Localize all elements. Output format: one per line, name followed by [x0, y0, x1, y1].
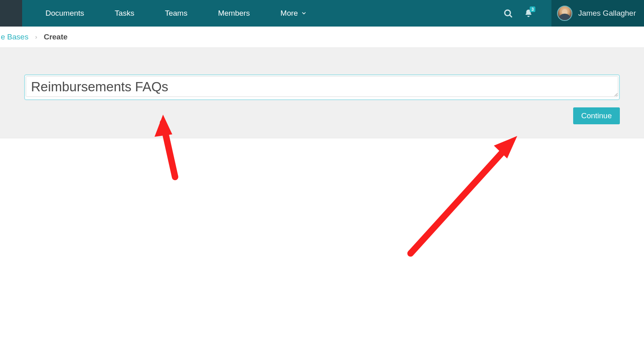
svg-line-1: [510, 15, 512, 17]
primary-nav: Documents Tasks Teams Members More: [22, 0, 503, 27]
user-name-label: James Gallagher: [578, 9, 636, 18]
user-menu[interactable]: James Gallagher: [551, 0, 644, 27]
nav-members[interactable]: Members: [203, 0, 265, 27]
notification-count-badge: 3: [530, 6, 535, 12]
nav-tasks[interactable]: Tasks: [99, 0, 150, 27]
nav-label: Tasks: [115, 9, 134, 18]
nav-documents[interactable]: Documents: [30, 0, 99, 27]
nav-label: More: [281, 9, 298, 18]
chevron-down-icon: [301, 10, 307, 16]
nav-more[interactable]: More: [265, 0, 322, 27]
nav-label: Members: [218, 9, 250, 18]
continue-button[interactable]: Continue: [573, 107, 620, 124]
app-logo-block[interactable]: [0, 0, 22, 27]
title-input-container: Reimbursements FAQs: [24, 74, 620, 100]
create-form-panel: Reimbursements FAQs Continue: [0, 48, 644, 138]
nav-label: Teams: [165, 9, 188, 18]
form-button-row: Continue: [24, 107, 620, 124]
nav-label: Documents: [45, 9, 84, 18]
notifications-icon[interactable]: 3: [524, 9, 533, 18]
breadcrumb: e Bases Create: [0, 27, 644, 48]
nav-teams[interactable]: Teams: [150, 0, 203, 27]
title-input[interactable]: Reimbursements FAQs: [26, 76, 618, 97]
svg-line-5: [411, 145, 509, 253]
top-navbar: Documents Tasks Teams Members More 3 Jam…: [0, 0, 644, 27]
topbar-right: 3 James Gallagher: [503, 0, 644, 27]
avatar: [557, 6, 572, 21]
svg-marker-6: [494, 136, 517, 158]
breadcrumb-current: Create: [44, 33, 68, 41]
breadcrumb-parent-link[interactable]: e Bases: [1, 33, 29, 41]
chevron-right-icon: [34, 34, 38, 41]
search-icon[interactable]: [503, 8, 513, 18]
